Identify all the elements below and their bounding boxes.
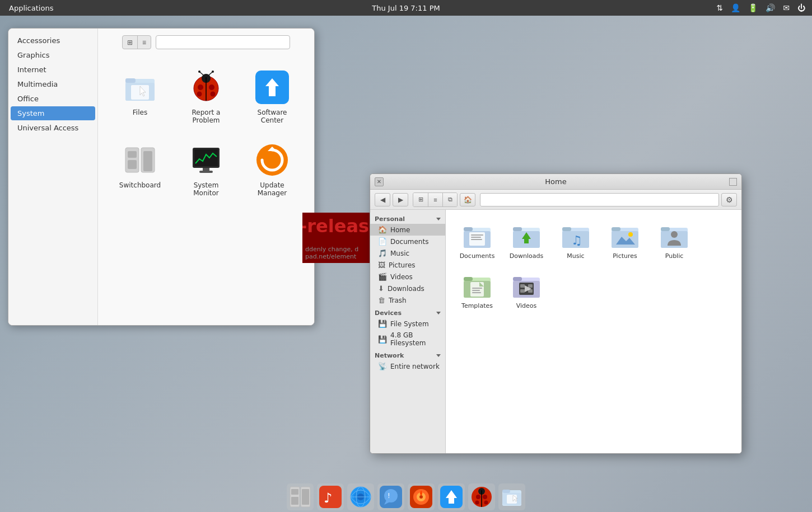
fm-gear-button[interactable]: ⚙: [721, 193, 737, 206]
fm-sidebar-videos[interactable]: 🎬 Videos: [370, 271, 445, 283]
taskbar-downloader[interactable]: [438, 483, 465, 510]
app-item-software-center[interactable]: Software Center: [241, 63, 303, 131]
report-label: Report a Problem: [180, 109, 232, 124]
fm-forward-button[interactable]: ▶: [393, 193, 408, 206]
pictures-folder-icon: [610, 223, 640, 250]
public-folder-label: Public: [665, 252, 684, 260]
fm-section-personal: Personal: [370, 212, 445, 224]
panel-right: ⇅ 👤 🔋 🔊 ✉ ⏻: [715, 2, 808, 13]
search-input[interactable]: [156, 35, 290, 49]
app-item-system-monitor[interactable]: System Monitor: [175, 135, 237, 204]
downloads-folder-label: Downloads: [510, 252, 543, 260]
network-chevron-icon[interactable]: [436, 354, 441, 357]
fm-sidebar-home[interactable]: 🏠 Home: [370, 224, 445, 236]
fm-maximize-button[interactable]: [729, 178, 737, 186]
fm-sidebar: Personal 🏠 Home 📄 Documents 🎵 Music 🖼: [370, 210, 446, 453]
applications-menu-button[interactable]: Applications: [4, 4, 58, 12]
fm-title-bar: ✕ Home: [370, 174, 741, 190]
sort-icon[interactable]: ⇅: [715, 2, 726, 13]
fm-folder-documents[interactable]: Documents: [455, 219, 500, 264]
svg-rect-24: [143, 151, 152, 171]
taskbar-chat-icon: !: [380, 486, 402, 508]
svg-point-12: [197, 92, 202, 97]
sidebar-item-multimedia[interactable]: Multimedia: [11, 77, 95, 91]
app-item-report[interactable]: Report a Problem: [175, 63, 237, 131]
svg-point-106: [483, 495, 487, 499]
list-view-button[interactable]: ≡: [138, 36, 151, 49]
taskbar-browser[interactable]: [347, 483, 374, 510]
taskbar-report[interactable]: [468, 483, 495, 510]
fm-sidebar-gb-filesystem[interactable]: 💾 4.8 GB Filesystem: [370, 330, 445, 349]
downloads-folder-icon: [512, 223, 541, 250]
sidebar-item-universal-access[interactable]: Universal Access: [11, 121, 95, 135]
sidebar-item-system[interactable]: System: [11, 106, 95, 120]
taskbar-browser-icon: [349, 486, 372, 508]
app-item-files[interactable]: Files: [109, 63, 171, 131]
svg-rect-64: [470, 282, 484, 297]
svg-rect-52: [612, 227, 620, 231]
fm-folder-templates[interactable]: Templates: [455, 269, 500, 314]
volume-icon[interactable]: 🔊: [763, 2, 777, 13]
fm-folder-public[interactable]: Public: [652, 219, 697, 264]
fm-sidebar-filesystem[interactable]: 💾 File System: [370, 318, 445, 330]
trash-sidebar-icon: 🗑: [378, 296, 385, 304]
taskbar-report-icon: [470, 486, 493, 508]
taskbar-chat[interactable]: !: [377, 483, 404, 510]
sidebar-item-accessories[interactable]: Accessories: [11, 34, 95, 48]
app-item-switchboard[interactable]: Switchboard: [109, 135, 171, 204]
svg-rect-58: [661, 227, 670, 231]
fm-folder-pictures[interactable]: Pictures: [603, 219, 647, 264]
update-manager-label: Update Manager: [246, 181, 298, 197]
music-folder-icon: ♫: [561, 223, 590, 250]
system-monitor-icon: [188, 142, 224, 178]
window-tab: [31, 28, 48, 29]
devices-chevron-icon[interactable]: [436, 312, 441, 314]
fm-back-button[interactable]: ◀: [375, 193, 390, 206]
fm-sidebar-documents[interactable]: 📄 Documents: [370, 236, 445, 247]
grid-view-button[interactable]: ⊞: [123, 36, 138, 49]
svg-rect-81: [291, 489, 298, 495]
fm-folder-downloads[interactable]: Downloads: [504, 219, 549, 264]
fm-list-view-button[interactable]: ≡: [428, 193, 442, 206]
filesystem-icon: 💾: [378, 320, 387, 328]
taskbar-music[interactable]: ♪: [317, 483, 344, 510]
battery-icon[interactable]: 🔋: [746, 2, 760, 13]
sidebar-item-internet[interactable]: Internet: [11, 63, 95, 77]
svg-point-105: [476, 495, 480, 499]
dark-background-area: -releas ddenly change, dpad.net/element: [302, 213, 375, 263]
fm-icon-view-button[interactable]: ⊞: [413, 193, 428, 206]
svg-rect-36: [471, 234, 483, 236]
sidebar-item-graphics[interactable]: Graphics: [11, 48, 95, 62]
app-menu-body: Accessories Graphics Internet Multimedia…: [8, 29, 314, 325]
svg-rect-75: [528, 284, 533, 288]
fm-sidebar-pictures[interactable]: 🖼 Pictures: [370, 259, 445, 271]
svg-rect-28: [199, 171, 213, 173]
taskbar-switchboard[interactable]: [287, 483, 314, 510]
svg-rect-27: [203, 168, 209, 171]
videos-sidebar-icon: 🎬: [378, 273, 387, 281]
fm-folder-videos[interactable]: Videos: [504, 269, 549, 314]
fm-home-button[interactable]: 🏠: [460, 193, 475, 206]
personal-chevron-icon[interactable]: [436, 218, 441, 220]
taskbar-burn[interactable]: [408, 483, 435, 510]
power-icon[interactable]: ⏻: [795, 2, 808, 13]
svg-point-16: [198, 71, 200, 73]
taskbar-files[interactable]: [498, 483, 525, 510]
fm-sidebar-entire-network[interactable]: 📡 Entire network: [370, 360, 445, 372]
software-center-icon: [254, 69, 290, 105]
fm-sidebar-music[interactable]: 🎵 Music: [370, 247, 445, 259]
search-wrapper: 🔍: [156, 35, 290, 49]
fm-close-button[interactable]: ✕: [375, 177, 384, 186]
fm-column-view-button[interactable]: ⧉: [442, 193, 457, 206]
update-manager-icon: [254, 142, 290, 178]
templates-folder-label: Templates: [461, 302, 493, 309]
fm-sidebar-trash[interactable]: 🗑 Trash: [370, 294, 445, 306]
fm-folder-music[interactable]: ♫ Music: [553, 219, 598, 264]
dark-bg-subtext: ddenly change, dpad.net/element: [305, 246, 358, 260]
mail-icon[interactable]: ✉: [781, 2, 792, 13]
fm-sidebar-downloads[interactable]: ⬇ Downloads: [370, 283, 445, 294]
user-icon[interactable]: 👤: [729, 2, 743, 13]
sidebar-item-office[interactable]: Office: [11, 92, 95, 106]
svg-point-59: [671, 231, 678, 238]
app-item-update-manager[interactable]: Update Manager: [241, 135, 303, 204]
